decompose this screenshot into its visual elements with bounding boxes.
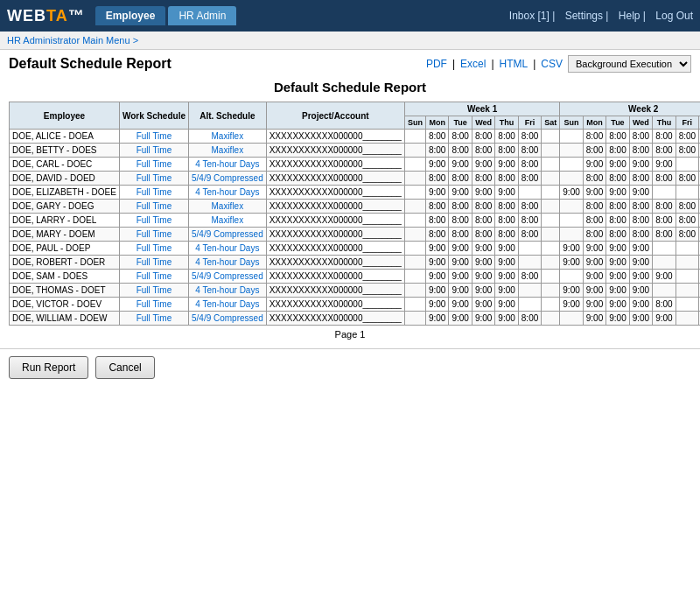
export-bar: PDF | Excel | HTML | CSV Background Exec… bbox=[426, 55, 691, 73]
week2-day-cell: 9:00 bbox=[606, 256, 629, 270]
week2-day-cell: 9:00 bbox=[560, 186, 583, 200]
execution-dropdown[interactable]: Background Execution Foreground Executio… bbox=[568, 55, 691, 73]
week1-day-cell: 8:00 bbox=[495, 130, 518, 144]
alt-schedule-cell[interactable]: 4 Ten-hour Days bbox=[188, 186, 266, 200]
work-schedule-cell[interactable]: Full Time bbox=[119, 228, 188, 242]
work-schedule-cell[interactable]: Full Time bbox=[119, 270, 188, 284]
employee-name: DOE, VICTOR - DOEV bbox=[10, 298, 120, 312]
work-schedule-cell[interactable]: Full Time bbox=[119, 200, 188, 214]
week2-day-cell: 8:00 bbox=[629, 130, 652, 144]
week2-day-cell: 8:00 bbox=[653, 130, 676, 144]
week1-day-cell bbox=[542, 200, 560, 214]
breadcrumb-link[interactable]: HR Administrator Main Menu > bbox=[7, 35, 138, 46]
work-schedule-cell[interactable]: Full Time bbox=[119, 298, 188, 312]
week1-day-cell: 9:00 bbox=[425, 158, 448, 172]
week1-day-cell: 8:00 bbox=[518, 158, 541, 172]
alt-schedule-cell[interactable]: 5/4/9 Compressed bbox=[188, 172, 266, 186]
week2-day-cell: 9:00 bbox=[560, 242, 583, 256]
alt-schedule-cell[interactable]: 5/4/9 Compressed bbox=[188, 312, 266, 326]
week1-day-cell: 9:00 bbox=[449, 158, 472, 172]
week2-day-cell bbox=[542, 186, 560, 200]
breadcrumb: HR Administrator Main Menu > bbox=[0, 32, 700, 50]
work-schedule-cell[interactable]: Full Time bbox=[119, 242, 188, 256]
work-schedule-cell[interactable]: Full Time bbox=[119, 172, 188, 186]
week2-day-cell: 9:00 bbox=[583, 312, 606, 326]
tab-hradmin[interactable]: HR Admin bbox=[168, 6, 236, 25]
week1-day-cell: 8:00 bbox=[495, 144, 518, 158]
employee-name: DOE, PAUL - DOEP bbox=[10, 242, 120, 256]
week1-day-cell: 9:00 bbox=[495, 312, 518, 326]
alt-schedule-cell[interactable]: Maxiflex bbox=[188, 144, 266, 158]
week1-day-cell bbox=[404, 256, 425, 270]
week2-day-cell: 8:00 bbox=[583, 228, 606, 242]
alt-schedule-cell[interactable]: Maxiflex bbox=[188, 214, 266, 228]
week1-day-cell bbox=[404, 200, 425, 214]
day-header: Tue bbox=[449, 116, 472, 130]
week2-day-cell: 9:00 bbox=[606, 158, 629, 172]
logout-link[interactable]: Log Out bbox=[655, 10, 693, 22]
week2-day-cell: 9:00 bbox=[629, 256, 652, 270]
week1-day-cell bbox=[542, 172, 560, 186]
alt-schedule-cell[interactable]: 4 Ten-hour Days bbox=[188, 284, 266, 298]
work-schedule-cell[interactable]: Full Time bbox=[119, 130, 188, 144]
week2-day-cell bbox=[560, 130, 583, 144]
week1-day-cell: 9:00 bbox=[449, 298, 472, 312]
employee-name: DOE, GARY - DOEG bbox=[10, 200, 120, 214]
work-schedule-cell[interactable]: Full Time bbox=[119, 214, 188, 228]
week2-day-cell: 9:00 bbox=[629, 242, 652, 256]
week1-day-cell: 8:00 bbox=[425, 214, 448, 228]
export-excel-link[interactable]: Excel bbox=[460, 58, 486, 70]
run-report-button[interactable]: Run Report bbox=[9, 356, 88, 379]
week2-day-cell: 9:00 bbox=[629, 158, 652, 172]
work-schedule-cell[interactable]: Full Time bbox=[119, 312, 188, 326]
week1-day-cell: 9:00 bbox=[472, 256, 494, 270]
report-container: Default Schedule Report Employee Work Sc… bbox=[0, 74, 700, 348]
export-csv-link[interactable]: CSV bbox=[541, 58, 563, 70]
day-header: Wed bbox=[629, 116, 652, 130]
work-schedule-cell[interactable]: Full Time bbox=[119, 186, 188, 200]
week1-day-cell: 8:00 bbox=[425, 130, 448, 144]
week2-day-cell bbox=[560, 228, 583, 242]
week2-day-cell bbox=[542, 284, 560, 298]
work-schedule-cell[interactable]: Full Time bbox=[119, 256, 188, 270]
week1-day-cell: 9:00 bbox=[425, 312, 448, 326]
table-row: DOE, LARRY - DOELFull TimeMaxiflexXXXXXX… bbox=[10, 214, 701, 228]
employee-name: DOE, SAM - DOES bbox=[10, 270, 120, 284]
week1-day-cell: 9:00 bbox=[495, 242, 518, 256]
cancel-button[interactable]: Cancel bbox=[95, 356, 154, 379]
employee-name: DOE, CARL - DOEC bbox=[10, 158, 120, 172]
week1-day-cell: 8:00 bbox=[449, 200, 472, 214]
employee-name: DOE, ROBERT - DOER bbox=[10, 256, 120, 270]
week1-day-cell: 9:00 bbox=[495, 284, 518, 298]
week1-day-cell: 9:00 bbox=[472, 158, 494, 172]
week1-day-cell: 9:00 bbox=[472, 186, 494, 200]
tab-employee[interactable]: Employee bbox=[95, 6, 166, 25]
alt-schedule-cell[interactable]: 4 Ten-hour Days bbox=[188, 256, 266, 270]
export-html-link[interactable]: HTML bbox=[500, 58, 528, 70]
page-title: Default Schedule Report bbox=[9, 56, 172, 72]
week1-day-cell bbox=[404, 242, 425, 256]
help-link[interactable]: Help bbox=[619, 10, 640, 22]
week1-day-cell bbox=[518, 298, 541, 312]
alt-schedule-cell[interactable]: Maxiflex bbox=[188, 130, 266, 144]
alt-schedule-cell[interactable]: 5/4/9 Compressed bbox=[188, 270, 266, 284]
work-schedule-cell[interactable]: Full Time bbox=[119, 284, 188, 298]
work-schedule-cell[interactable]: Full Time bbox=[119, 144, 188, 158]
alt-schedule-cell[interactable]: 4 Ten-hour Days bbox=[188, 242, 266, 256]
week1-day-cell bbox=[404, 312, 425, 326]
inbox-link[interactable]: Inbox [1] bbox=[509, 10, 550, 22]
settings-link[interactable]: Settings bbox=[565, 10, 603, 22]
work-schedule-cell[interactable]: Full Time bbox=[119, 158, 188, 172]
alt-schedule-cell[interactable]: 5/4/9 Compressed bbox=[188, 228, 266, 242]
project-account-cell: XXXXXXXXXXX000000________ bbox=[266, 144, 404, 158]
export-pdf-link[interactable]: PDF bbox=[426, 58, 447, 70]
week1-day-cell: 9:00 bbox=[449, 312, 472, 326]
week1-day-cell bbox=[542, 214, 560, 228]
alt-schedule-cell[interactable]: 4 Ten-hour Days bbox=[188, 158, 266, 172]
week2-day-cell: 9:00 bbox=[583, 284, 606, 298]
table-row: DOE, BETTY - DOESFull TimeMaxiflexXXXXXX… bbox=[10, 144, 701, 158]
alt-schedule-cell[interactable]: 4 Ten-hour Days bbox=[188, 298, 266, 312]
alt-schedule-cell[interactable]: Maxiflex bbox=[188, 200, 266, 214]
week2-day-cell: 9:00 bbox=[583, 158, 606, 172]
week1-day-cell: 8:00 bbox=[449, 214, 472, 228]
